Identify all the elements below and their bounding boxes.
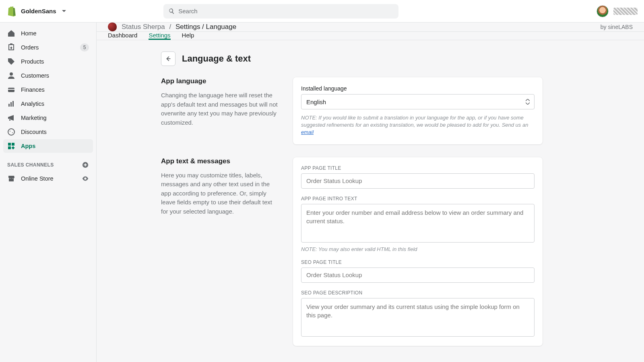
- sidebar-item-label: Customers: [21, 72, 49, 79]
- arrow-left-icon: [165, 55, 172, 62]
- email-link[interactable]: email: [301, 129, 314, 135]
- sidebar-item-discounts[interactable]: Discounts: [3, 125, 93, 139]
- app-tabs: Dashboard Settings Help: [97, 32, 644, 40]
- sidebar-item-label: Apps: [21, 143, 35, 149]
- installed-language-select[interactable]: English: [301, 94, 535, 109]
- orders-badge: 5: [80, 43, 89, 51]
- section-body-language: Changing the language here will reset th…: [161, 91, 280, 127]
- sidebar-item-finances[interactable]: Finances: [3, 83, 93, 97]
- sidebar-item-label: Finances: [21, 86, 45, 93]
- section-heading-text: App text & messages: [161, 157, 280, 165]
- caret-down-icon: [62, 10, 66, 12]
- installed-language-value: English: [306, 99, 326, 105]
- finances-icon: [7, 86, 15, 94]
- svg-rect-4: [10, 102, 12, 107]
- search-icon: [168, 8, 175, 15]
- svg-rect-9: [8, 146, 11, 149]
- main-content: Status Sherpa / Settings / Language by s…: [97, 23, 644, 362]
- avatar[interactable]: [597, 5, 609, 17]
- svg-rect-5: [12, 101, 14, 107]
- customers-icon: [7, 72, 15, 80]
- tab-help[interactable]: Help: [182, 32, 194, 40]
- add-channel-icon[interactable]: [82, 161, 89, 169]
- sidebar-item-label: Products: [21, 58, 44, 65]
- seo-page-desc-label: SEO PAGE DESCRIPTION: [301, 290, 535, 296]
- sidebar-item-orders[interactable]: Orders 5: [3, 41, 93, 54]
- breadcrumb-separator: /: [169, 23, 171, 31]
- orders-icon: [7, 43, 15, 51]
- user-name-obscured: [613, 8, 638, 15]
- seo-page-title-label: SEO PAGE TITLE: [301, 259, 535, 265]
- view-store-icon[interactable]: [82, 175, 89, 182]
- installed-language-label: Installed language: [301, 85, 535, 92]
- search-field[interactable]: [163, 4, 398, 19]
- products-icon: [7, 58, 15, 66]
- sidebar-item-label: Discounts: [21, 129, 47, 135]
- svg-rect-3: [8, 104, 10, 107]
- svg-rect-7: [8, 143, 11, 146]
- breadcrumb: Status Sherpa / Settings / Language: [122, 23, 236, 31]
- page-title: Language & text: [182, 53, 251, 64]
- sidebar-item-label: Analytics: [21, 101, 44, 107]
- svg-rect-8: [12, 143, 14, 146]
- sidebar-item-online-store[interactable]: Online Store: [3, 172, 93, 185]
- store-name: GoldenSans: [21, 8, 56, 14]
- svg-rect-2: [8, 89, 14, 90]
- sidebar-item-label: Marketing: [21, 115, 47, 121]
- store-icon: [7, 175, 15, 183]
- marketing-icon: [7, 114, 15, 122]
- card-language: Installed language English NOTE: If you …: [293, 77, 543, 144]
- store-switcher[interactable]: GoldenSans: [6, 6, 163, 17]
- tab-dashboard[interactable]: Dashboard: [108, 32, 137, 40]
- svg-point-0: [10, 72, 13, 76]
- seo-page-desc-textarea[interactable]: [301, 298, 535, 337]
- app-header: Status Sherpa / Settings / Language by s…: [97, 23, 644, 32]
- svg-rect-11: [12, 147, 14, 148]
- seo-page-title-input[interactable]: [301, 267, 535, 283]
- breadcrumb-app[interactable]: Status Sherpa: [122, 23, 165, 31]
- apps-icon: [7, 142, 15, 150]
- app-page-title-input[interactable]: [301, 173, 535, 189]
- sidebar-item-analytics[interactable]: Analytics: [3, 97, 93, 111]
- sidebar-item-label: Orders: [21, 44, 39, 51]
- tab-settings[interactable]: Settings: [149, 32, 170, 40]
- sidebar-item-marketing[interactable]: Marketing: [3, 111, 93, 125]
- card-text: APP PAGE TITLE APP PAGE INTRO TEXT NOTE:…: [293, 157, 543, 346]
- svg-rect-1: [8, 88, 14, 92]
- app-page-intro-note: NOTE: You may also enter valid HTML in t…: [301, 246, 535, 252]
- home-icon: [7, 29, 15, 37]
- app-page-intro-textarea[interactable]: [301, 204, 535, 243]
- section-body-text: Here you may customize titles, labels, m…: [161, 171, 280, 216]
- back-button[interactable]: [161, 51, 175, 66]
- language-note-text: NOTE: If you would like to submit a tran…: [301, 115, 528, 128]
- app-page-title-label: APP PAGE TITLE: [301, 165, 535, 171]
- topbar: GoldenSans: [0, 0, 644, 23]
- app-byline: by sineLABS: [601, 24, 633, 30]
- sidebar-item-home[interactable]: Home: [3, 27, 93, 40]
- discounts-icon: [7, 128, 15, 136]
- sidebar-item-label: Online Store: [21, 175, 54, 182]
- shopify-logo-icon: [6, 6, 17, 17]
- section-heading-language: App language: [161, 77, 280, 85]
- breadcrumb-current: Settings / Language: [175, 23, 236, 31]
- sidebar-item-customers[interactable]: Customers: [3, 69, 93, 82]
- sidebar-item-label: Home: [21, 30, 37, 37]
- sidebar: Home Orders 5 Products Customers Finance…: [0, 23, 97, 362]
- sidebar-section-title: SALES CHANNELS: [3, 153, 93, 172]
- language-note: NOTE: If you would like to submit a tran…: [301, 114, 535, 136]
- app-logo-icon: [108, 23, 117, 31]
- sidebar-item-apps[interactable]: Apps: [3, 139, 93, 153]
- app-page-intro-label: APP PAGE INTRO TEXT: [301, 196, 535, 202]
- search-input[interactable]: [178, 8, 394, 14]
- analytics-icon: [7, 100, 15, 108]
- section-title-label: SALES CHANNELS: [7, 162, 54, 168]
- sidebar-item-products[interactable]: Products: [3, 55, 93, 68]
- svg-point-6: [8, 129, 14, 135]
